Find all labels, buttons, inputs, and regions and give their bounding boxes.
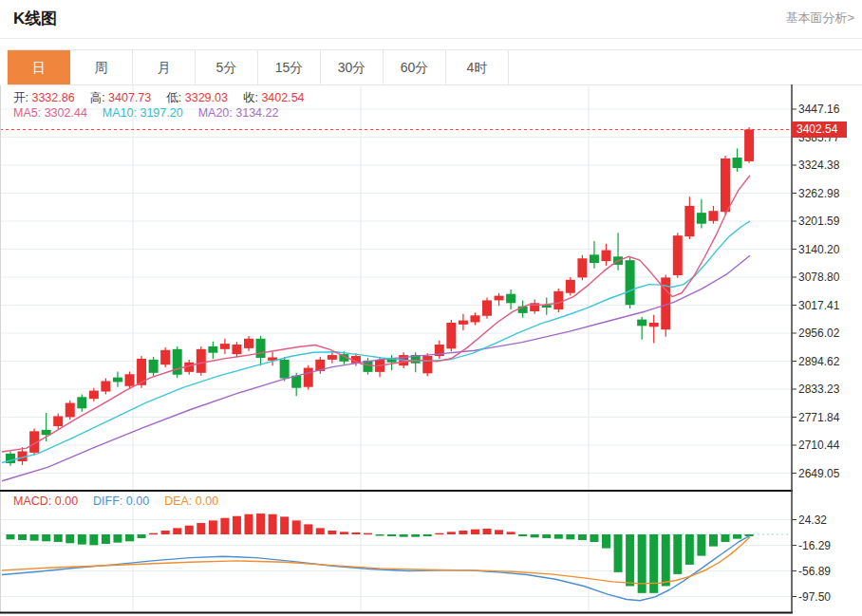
y-axis-label: -97.50 (798, 590, 831, 604)
y-axis-label: 2649.05 (798, 467, 839, 480)
y-axis-label: -16.29 (798, 539, 831, 552)
ma10-line (2, 221, 750, 463)
current-price-badge: 3402.54 (792, 121, 847, 138)
y-axis-label: 3078.80 (798, 271, 839, 284)
legend-item: DEA: 0.00 (164, 495, 218, 508)
legend-item: MACD: 0.00 (13, 495, 78, 508)
y-axis-label: 2956.02 (798, 327, 839, 340)
legend-item: 收: 3402.54 (243, 91, 305, 104)
y-axis-label: 2894.62 (798, 355, 839, 368)
candles-group (6, 127, 754, 466)
ma-legend: MA5: 3302.44MA10: 3197.20MA20: 3134.22 (13, 106, 293, 120)
y-axis-label: 3201.59 (798, 215, 839, 228)
legend-item: MA10: 3197.20 (103, 106, 183, 120)
legend-item: DIFF: 0.00 (93, 495, 149, 508)
legend-item: MA20: 3134.22 (198, 106, 279, 120)
y-axis-label: 3447.16 (798, 103, 839, 116)
y-axis-label: 3140.20 (798, 243, 839, 256)
legend-item: 低: 3329.03 (166, 91, 228, 104)
legend-item: 高: 3407.73 (90, 91, 152, 104)
macd-legend: MACD: 0.00DIFF: 0.00DEA: 0.00 (13, 495, 234, 508)
y-axis-label: -56.89 (798, 565, 831, 578)
y-axis-label: 3017.41 (798, 299, 839, 312)
y-axis-label: 2833.23 (798, 383, 839, 396)
y-axis-label: 3262.98 (798, 187, 839, 200)
y-axis-label: 24.32 (798, 513, 827, 527)
y-axis-label: 2771.84 (798, 411, 839, 424)
legend-item: 开: 3332.86 (13, 91, 75, 104)
ohlc-legend: 开: 3332.86高: 3407.73低: 3329.03收: 3402.54 (13, 90, 320, 106)
y-axis-label: 3324.38 (798, 159, 839, 172)
macd-histogram (7, 513, 754, 593)
legend-item: MA5: 3302.44 (13, 106, 87, 120)
y-axis-label: 2710.44 (798, 439, 839, 452)
